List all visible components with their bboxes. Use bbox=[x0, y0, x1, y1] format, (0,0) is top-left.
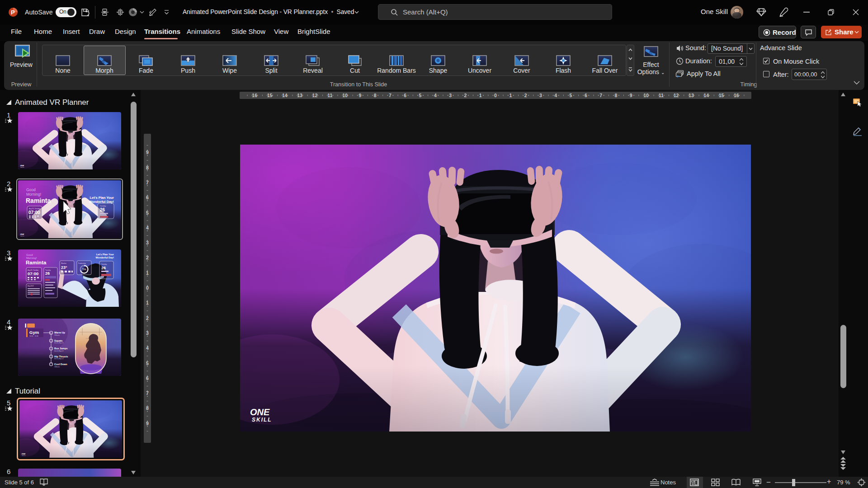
svg-text:Aug 23, Tuesday: Aug 23, Tuesday bbox=[28, 269, 38, 271]
svg-text:13: 13 bbox=[689, 93, 694, 98]
svg-text:Aug 2022: Aug 2022 bbox=[28, 285, 34, 287]
svg-text:23°: 23° bbox=[61, 265, 67, 270]
svg-text:Wonderful Day!: Wonderful Day! bbox=[95, 256, 114, 259]
svg-text:75%: 75% bbox=[82, 268, 86, 271]
svg-text:Hip Thrusts: Hip Thrusts bbox=[54, 355, 68, 358]
svg-text:5: 5 bbox=[419, 93, 422, 98]
svg-text:Box Jumps: Box Jumps bbox=[54, 347, 68, 350]
svg-text:Good: Good bbox=[26, 253, 33, 256]
svg-text:Let's Plan Your: Let's Plan Your bbox=[96, 253, 114, 256]
svg-text:P: P bbox=[11, 9, 15, 16]
svg-text:Weather: Weather bbox=[61, 263, 67, 264]
svg-text:1: 1 bbox=[479, 93, 482, 98]
svg-text:11: 11 bbox=[327, 93, 332, 98]
svg-text:8: 8 bbox=[614, 93, 617, 98]
svg-text:13: 13 bbox=[297, 93, 302, 98]
svg-text:2: 2 bbox=[464, 93, 467, 98]
svg-text:16: 16 bbox=[252, 93, 257, 98]
svg-text:Productivity: Productivity bbox=[78, 263, 86, 264]
svg-text:Tuesday: Tuesday bbox=[45, 269, 51, 271]
svg-text:5 Minutes: 5 Minutes bbox=[54, 334, 60, 336]
svg-text:14: 14 bbox=[703, 93, 709, 98]
svg-text:14: 14 bbox=[282, 93, 288, 98]
svg-text:12: 12 bbox=[674, 93, 679, 98]
svg-text:Raminta: Raminta bbox=[26, 260, 47, 265]
svg-text:15: 15 bbox=[719, 93, 724, 98]
svg-text:15: 15 bbox=[267, 93, 273, 98]
svg-text:Sets 4 | Reps 12: Sets 4 | Reps 12 bbox=[54, 358, 64, 360]
svg-text:5 Minutes: 5 Minutes bbox=[54, 366, 60, 368]
svg-text:9: 9 bbox=[359, 93, 361, 98]
svg-text:Wonderful Day!: Wonderful Day! bbox=[89, 200, 114, 204]
svg-text:07:00: 07:00 bbox=[28, 210, 40, 215]
svg-text:6: 6 bbox=[585, 93, 587, 98]
svg-text:26: 26 bbox=[45, 271, 50, 276]
svg-text:1: 1 bbox=[509, 93, 512, 98]
svg-text:Raminta: Raminta bbox=[26, 197, 51, 204]
svg-text:7: 7 bbox=[599, 93, 602, 98]
svg-text:5: 5 bbox=[570, 93, 572, 98]
svg-text:Tuesday: Tuesday bbox=[101, 263, 107, 265]
svg-text:11: 11 bbox=[659, 93, 664, 98]
svg-text:Cool Down: Cool Down bbox=[54, 363, 67, 366]
svg-text:26: 26 bbox=[100, 207, 105, 212]
svg-text:12: 12 bbox=[312, 93, 318, 98]
svg-text:Sets 4 | Reps 12: Sets 4 | Reps 12 bbox=[54, 342, 64, 344]
svg-text:6: 6 bbox=[404, 93, 406, 98]
svg-text:Morning!: Morning! bbox=[26, 192, 41, 197]
svg-text:4: 4 bbox=[434, 93, 437, 98]
svg-text:0: 0 bbox=[494, 93, 497, 98]
svg-text:Good: Good bbox=[26, 188, 36, 192]
svg-text:Aug 23, Tuesday: Aug 23, Tuesday bbox=[29, 208, 40, 210]
svg-text:Gym: Gym bbox=[29, 330, 39, 335]
svg-text:Warm Up: Warm Up bbox=[54, 331, 66, 334]
svg-text:07:00: 07:00 bbox=[28, 271, 38, 276]
svg-text:10:00 - 11:00: 10:00 - 11:00 bbox=[29, 335, 38, 337]
svg-text:3: 3 bbox=[449, 93, 452, 98]
svg-text:7: 7 bbox=[389, 93, 392, 98]
svg-text:Let's Plan Your: Let's Plan Your bbox=[90, 196, 114, 200]
svg-text:Tuesday: Tuesday bbox=[100, 205, 106, 207]
svg-text:8: 8 bbox=[374, 93, 377, 98]
svg-text:Squats: Squats bbox=[54, 339, 62, 342]
svg-text:26: 26 bbox=[101, 266, 106, 270]
svg-text:3: 3 bbox=[539, 93, 542, 98]
svg-text:9: 9 bbox=[630, 93, 632, 98]
svg-text:10: 10 bbox=[342, 93, 348, 98]
svg-text:2: 2 bbox=[524, 93, 527, 98]
svg-text:16: 16 bbox=[734, 93, 739, 98]
svg-text:4: 4 bbox=[554, 93, 557, 98]
svg-text:Sets 4 | Reps 12: Sets 4 | Reps 12 bbox=[54, 350, 64, 352]
svg-text:10: 10 bbox=[643, 93, 649, 98]
svg-text:Morning!: Morning! bbox=[26, 257, 37, 259]
